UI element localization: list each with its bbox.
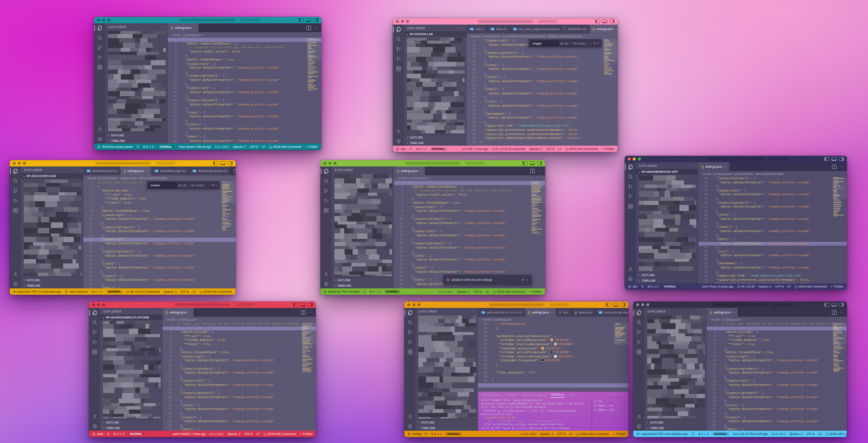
git-branch-item[interactable]: ReToDos-cluster-param xyxy=(97,145,133,149)
panel-action-icon[interactable]: × xyxy=(623,393,625,396)
git-branch-item[interactable]: exploreDSA-TMT-revs-restless-repo xyxy=(637,432,688,436)
find-next-icon[interactable]: ↓ xyxy=(209,184,210,187)
extensions-icon[interactable] xyxy=(407,349,413,354)
breadcrumb[interactable]: vscode › {} settings.json › … xyxy=(394,175,545,180)
tab-close-icon[interactable]: × xyxy=(420,169,422,173)
tab-close-icon[interactable]: × xyxy=(194,26,195,30)
close-button[interactable] xyxy=(92,303,95,306)
status-item[interactable]: LF xyxy=(558,147,562,150)
status-item[interactable]: Spaces: 2 xyxy=(759,285,772,288)
source-control-icon[interactable] xyxy=(407,329,413,335)
toggle-panel-icon[interactable] xyxy=(530,161,535,165)
settings-gear-icon[interactable] xyxy=(636,424,642,429)
breadcrumb[interactable]: vscode › {} settings.json › … xyxy=(707,317,847,322)
close-button[interactable] xyxy=(628,158,631,161)
explorer-more-actions-icon[interactable]: ⋯ xyxy=(388,168,391,172)
more-actions-icon[interactable]: ⋯ xyxy=(538,170,542,172)
editor-area[interactable]: 1{2"editor.codeActionsOnSave": {3// disa… xyxy=(168,37,321,144)
status-item[interactable]: { } JSON with Comments xyxy=(493,290,525,293)
minimize-button[interactable] xyxy=(633,158,636,161)
regex-toggle[interactable]: .* xyxy=(188,184,189,187)
explorer-more-actions-icon[interactable]: ⋯ xyxy=(692,164,695,167)
explorer-icon[interactable] xyxy=(636,310,642,316)
status-item[interactable]: ✓ Prettier xyxy=(305,145,318,149)
panel-tab-terminal[interactable]: TERMINAL xyxy=(551,392,565,398)
split-editor-icon[interactable] xyxy=(832,165,837,169)
notification-close-icon[interactable]: × xyxy=(526,278,528,282)
terminal-instance-list[interactable]: ❯zsh↻Watch — tsc↻Watch — vite xyxy=(592,398,629,431)
status-item[interactable]: Spaces: 2 xyxy=(789,432,802,435)
run-debug-icon[interactable] xyxy=(92,339,97,345)
run-debug-icon[interactable] xyxy=(628,194,633,199)
tab-settings.json[interactable]: {}settings.json× xyxy=(168,23,199,32)
tab-close-icon[interactable]: × xyxy=(615,27,617,31)
zoom-button[interactable] xyxy=(646,303,649,306)
toggle-panel-icon[interactable] xyxy=(306,18,311,22)
minimap[interactable] xyxy=(308,38,320,91)
status-item[interactable]: Spaces: 2 xyxy=(540,432,554,435)
panel-tab-jest[interactable]: JEST xyxy=(569,393,576,396)
tab-close-icon[interactable]: × xyxy=(146,169,148,173)
timeline-section[interactable]: ›TIMELINE xyxy=(644,425,707,431)
timeline-section[interactable]: ›TIMELINE xyxy=(636,278,698,283)
settings-gear-icon[interactable] xyxy=(323,281,329,287)
sync-icon[interactable]: ↻ xyxy=(641,285,644,288)
toggle-sidebar-icon[interactable] xyxy=(293,303,298,307)
source-control-icon[interactable] xyxy=(323,188,329,194)
account-icon[interactable] xyxy=(323,271,329,277)
find-in-selection-icon[interactable]: ≣ xyxy=(593,42,595,45)
status-item[interactable]: UTF-8 xyxy=(775,285,784,288)
toggle-secondary-sidebar-icon[interactable] xyxy=(609,19,615,23)
close-button[interactable] xyxy=(407,303,410,306)
panel-tab-output[interactable]: OUTPUT xyxy=(506,393,517,396)
match-case-toggle[interactable]: Aa xyxy=(178,184,182,187)
workspace-folder-row[interactable]: ⌄MY-NEIGHBORHOOD-APP xyxy=(636,169,698,174)
explorer-more-actions-icon[interactable]: ⋯ xyxy=(701,310,704,313)
panel-action-icon[interactable]: ▾ xyxy=(614,393,615,396)
status-item[interactable]: LF xyxy=(256,432,260,435)
toggle-sidebar-icon[interactable] xyxy=(213,161,218,165)
match-case-toggle[interactable]: Aa xyxy=(560,42,564,45)
panel-action-icon[interactable]: ↗ xyxy=(618,393,620,396)
status-item[interactable]: UTF-8 xyxy=(806,432,815,435)
toggle-secondary-sidebar-icon[interactable] xyxy=(308,303,313,307)
vim-mode-indicator[interactable]: NORMAL xyxy=(445,432,462,435)
status-item[interactable]: ✓ Prettier xyxy=(300,432,312,436)
minimize-button[interactable] xyxy=(102,19,105,22)
toggle-secondary-sidebar-icon[interactable] xyxy=(620,303,626,307)
outline-section[interactable]: ›OUTLINE xyxy=(404,135,467,140)
tab-BoardMiniLogic.tsx[interactable]: TSBoardMiniLogic.tsx xyxy=(151,166,189,175)
explorer-more-actions-icon[interactable]: ⋯ xyxy=(472,310,475,313)
editor-area[interactable]: 36"referenceword"37],3839"workbench.colo… xyxy=(478,322,629,391)
tab-settings.json[interactable]: {}settings.json× xyxy=(698,162,729,171)
minimap[interactable] xyxy=(222,181,235,232)
tab-settings.json[interactable]: {}settings.json× xyxy=(590,25,618,33)
tab-README.md[interactable]: ⓘREADME.md xyxy=(560,25,590,33)
breadcrumb[interactable]: vscode › {} settings.json xyxy=(478,317,629,322)
settings-gear-icon[interactable] xyxy=(92,424,97,429)
git-branch-item[interactable]: Breaking-TMT-forecasts xyxy=(324,290,360,293)
terminal-output[interactable]: error TS6307: File '/Users/yosh/dev/my-s… xyxy=(478,398,592,431)
search-icon[interactable] xyxy=(628,174,633,180)
status-item[interactable]: LF xyxy=(569,432,573,435)
tab-close-icon[interactable]: × xyxy=(733,310,734,314)
split-editor-icon[interactable] xyxy=(306,26,311,30)
status-item[interactable]: ✓ Prettier xyxy=(831,285,843,288)
search-icon[interactable] xyxy=(92,320,97,325)
notification-toast[interactable]: ⊗Unable to write into user settings⚙× xyxy=(443,275,531,285)
timeline-section[interactable]: ›TIMELINE xyxy=(331,283,394,288)
tab-tasks.json[interactable]: {}tasks.json xyxy=(572,308,595,317)
vim-mode-indicator[interactable]: NORMAL xyxy=(712,432,729,435)
remote-item[interactable]: ✻ mysterious-TMT-rev-forecasts-app xyxy=(13,290,61,293)
minimap[interactable] xyxy=(615,323,628,345)
git-branch-item[interactable]: main xyxy=(92,432,103,436)
notification-settings-icon[interactable]: ⚙ xyxy=(522,278,524,282)
terminal-instance[interactable]: ❯zsh xyxy=(594,399,626,403)
account-icon[interactable] xyxy=(407,414,413,419)
status-item[interactable]: ✓ Prettier xyxy=(612,432,625,436)
source-control-icon[interactable] xyxy=(628,184,633,189)
problems-item[interactable]: ⊗ 0 ⚠ 0 xyxy=(648,285,658,288)
vscode-window-navy[interactable]: EXPLORER⋯⌄MY-NEIGHBORHOOD-APP›OUTLINE›TI… xyxy=(625,156,847,290)
minimap[interactable] xyxy=(833,323,846,373)
panel-tab-debug-console[interactable]: DEBUG CONSOLE xyxy=(522,393,546,396)
